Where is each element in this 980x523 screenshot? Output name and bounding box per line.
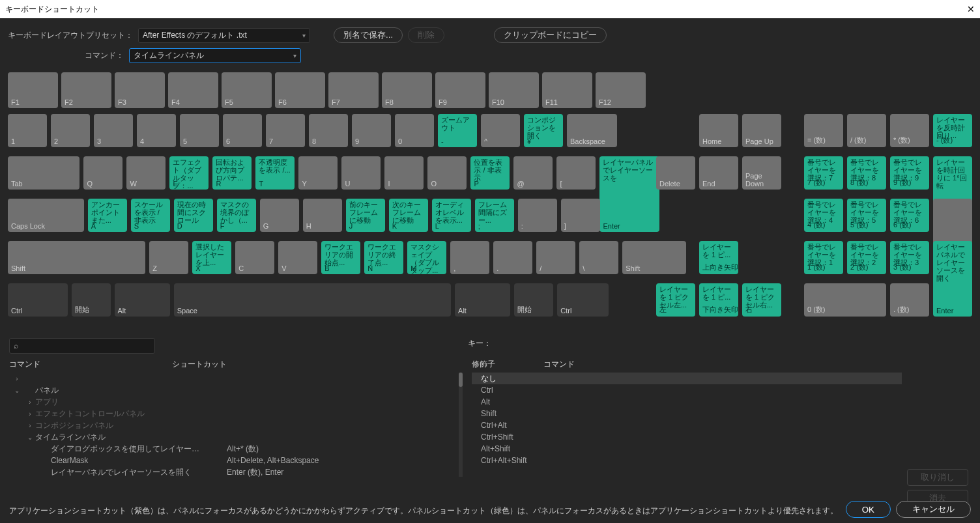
keyboard-key[interactable]: F4	[168, 72, 218, 108]
keyboard-key[interactable]: Z	[149, 241, 188, 274]
modifier-row[interactable]: Ctrl+Alt	[472, 419, 902, 431]
keyboard-key[interactable]: ズームアウト-	[438, 114, 477, 147]
keyboard-key[interactable]: 2	[51, 114, 90, 147]
keyboard-key[interactable]: . (数)	[890, 283, 929, 317]
keyboard-key[interactable]: G	[260, 199, 299, 232]
keyboard-key[interactable]: Alt	[455, 283, 510, 317]
save-as-button[interactable]: 別名で保存...	[334, 27, 403, 43]
keyboard-key[interactable]: レイヤーを 1 ピ...上向き矢印	[699, 241, 738, 274]
keyboard-key[interactable]: コンポジションを開く¥	[524, 114, 563, 147]
keyboard-key[interactable]: F3	[115, 72, 165, 108]
search-input[interactable]: ⌕	[9, 338, 155, 354]
keyboard-key[interactable]: F10	[489, 72, 539, 108]
keyboard-key[interactable]: 番号でレイヤーを選択：44 (数)	[804, 199, 843, 232]
chevron-down-icon[interactable]: ⌄	[12, 434, 35, 441]
keyboard-key[interactable]: 不透明度を表示 /...T	[255, 156, 295, 190]
chevron-right-icon[interactable]: ›	[12, 422, 35, 429]
keyboard-key[interactable]: C	[235, 241, 274, 274]
keyboard-key[interactable]: Delete	[656, 156, 695, 190]
keyboard-key[interactable]: 5	[180, 114, 219, 147]
keyboard-key[interactable]: F11	[542, 72, 592, 108]
keyboard-key[interactable]: F9	[435, 72, 485, 108]
keyboard-key[interactable]: F5	[222, 72, 272, 108]
keyboard-key[interactable]: V	[278, 241, 317, 274]
keyboard-key[interactable]: 番号でレイヤーを選択：99 (数)	[890, 156, 929, 190]
keyboard-key[interactable]: 番号でレイヤーを選択：66 (数)	[890, 199, 929, 232]
keyboard-key[interactable]: Caps Lock	[8, 199, 84, 232]
keyboard-key[interactable]: レイヤーを 1 ピ...下向き矢印	[699, 283, 738, 317]
keyboard-key[interactable]: Page Up	[742, 114, 781, 147]
keyboard-key[interactable]: Alt	[115, 283, 170, 317]
keyboard-key[interactable]: 1	[8, 114, 47, 147]
keyboard-key[interactable]: 現在の時間にスクロールD	[174, 199, 213, 232]
keyboard-key[interactable]: 3	[94, 114, 133, 147]
keyboard-key[interactable]: ワークエリアの開始点...B	[321, 241, 360, 274]
keyboard-key[interactable]: 6	[223, 114, 262, 147]
keyboard-key[interactable]: Backspace	[567, 114, 617, 147]
keyboard-key[interactable]: Ctrl	[8, 283, 68, 317]
keyboard-key[interactable]: U	[341, 156, 381, 190]
keyboard-key[interactable]: 9	[352, 114, 391, 147]
keyboard-key[interactable]: Y	[298, 156, 338, 190]
keyboard-key[interactable]: W	[126, 156, 166, 190]
preset-dropdown[interactable]: After Effects のデフォルト .txt ▾	[138, 28, 310, 43]
copy-clipboard-button[interactable]: クリップボードにコピー	[494, 27, 607, 43]
keyboard-key[interactable]: F6	[275, 72, 325, 108]
keyboard-key[interactable]: レイヤーパネルでレイヤーソースをEnter	[599, 156, 659, 232]
keyboard-key[interactable]: Page Down	[742, 156, 781, 190]
keyboard-key[interactable]: 開始	[514, 283, 553, 317]
modifier-row[interactable]: なし	[472, 373, 902, 384]
command-dropdown[interactable]: タイムラインパネル ▾	[129, 48, 301, 63]
keyboard-key[interactable]: 開始	[72, 283, 111, 317]
keyboard-key[interactable]: /	[536, 241, 575, 274]
chevron-right-icon[interactable]: ›	[12, 410, 35, 417]
cancel-button[interactable]: キャンセル	[896, 501, 971, 518]
keyboard-key[interactable]: レイヤーを 1 ピクセル右...右	[742, 283, 781, 317]
keyboard-key[interactable]: F1	[8, 72, 58, 108]
keyboard-key[interactable]: * (数)	[890, 114, 929, 147]
keyboard-key[interactable]: Home	[699, 114, 738, 147]
keyboard-key[interactable]: 次のキーフレームに移動K	[389, 199, 428, 232]
modifier-row[interactable]: Alt	[472, 396, 902, 408]
keyboard-key[interactable]: Space	[174, 283, 451, 317]
keyboard-key[interactable]: オーディオレベルを表示...L	[432, 199, 471, 232]
keyboard-key[interactable]: 番号でレイヤーを選択：55 (数)	[847, 199, 886, 232]
keyboard-key[interactable]: ワークエリアの終了点...N	[364, 241, 403, 274]
keyboard-key[interactable]: レイヤーを反時計回り...- (数)	[933, 114, 972, 147]
keyboard-key[interactable]: = (数)	[804, 114, 843, 147]
keyboard-key[interactable]: 8	[309, 114, 348, 147]
keyboard-key[interactable]: .	[493, 241, 532, 274]
keyboard-key[interactable]: 前のキーフレームに移動J	[346, 199, 385, 232]
keyboard-key[interactable]: Shift	[8, 241, 145, 274]
command-tree[interactable]: › ⌄パネル ›アプリ ›エフェクトコントロールパネル ›コンポジションパネル …	[9, 373, 459, 477]
keyboard-key[interactable]: 回転および方向プロパテ...R	[212, 156, 252, 190]
keyboard-key[interactable]: End	[699, 156, 738, 190]
keyboard-key[interactable]: 4	[137, 114, 176, 147]
keyboard-key[interactable]: @	[513, 156, 553, 190]
chevron-right-icon[interactable]: ›	[12, 399, 35, 406]
keyboard-key[interactable]: ]	[561, 199, 600, 232]
keyboard-key[interactable]: ^	[481, 114, 520, 147]
ok-button[interactable]: OK	[846, 501, 891, 518]
modifier-row[interactable]: Ctrl+Alt+Shift	[472, 455, 902, 466]
modifier-row[interactable]: Ctrl	[472, 384, 902, 396]
keyboard-key[interactable]: フレーム間隔にズー...;	[475, 199, 514, 232]
keyboard-key[interactable]: 位置を表示 / 非表示P	[470, 156, 510, 190]
keyboard-key[interactable]: Q	[83, 156, 122, 190]
keyboard-key[interactable]: :	[518, 199, 557, 232]
keyboard-key[interactable]: スケールを表示 / 非表示S	[131, 199, 170, 232]
keyboard-key[interactable]: H	[303, 199, 342, 232]
keyboard-key[interactable]: 番号でレイヤーを選択：33 (数)	[890, 241, 929, 274]
keyboard-key[interactable]: 番号でレイヤーを選択：11 (数)	[804, 241, 843, 274]
keyboard-key[interactable]: O	[427, 156, 467, 190]
keyboard-key[interactable]: F2	[61, 72, 111, 108]
keyboard-key[interactable]: エフェクト（ダブルタップ：...E	[169, 156, 209, 190]
keyboard-key[interactable]: Tab	[8, 156, 79, 190]
keyboard-key[interactable]: F7	[328, 72, 379, 108]
keyboard-key[interactable]: 番号でレイヤーを選択：77 (数)	[804, 156, 843, 190]
keyboard-key[interactable]: 番号でレイヤーを選択：88 (数)	[847, 156, 886, 190]
chevron-down-icon[interactable]: ⌄	[12, 387, 22, 394]
keyboard-key[interactable]: 7	[266, 114, 305, 147]
keyboard-key[interactable]: レイヤーパネルでレイヤーソースを開くEnter	[933, 241, 972, 317]
keyboard-key[interactable]: レイヤーを 1 ピクセル左...左	[656, 283, 695, 317]
